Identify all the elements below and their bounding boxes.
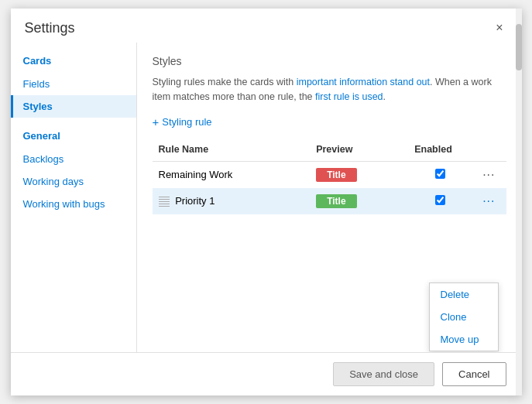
scrollbar-track bbox=[516, 43, 522, 352]
close-button[interactable]: × bbox=[491, 19, 507, 36]
info-text: Styling rules make the cards with import… bbox=[153, 75, 506, 104]
enabled-checkbox-row2[interactable] bbox=[435, 195, 445, 205]
dialog-header: Settings × bbox=[11, 9, 522, 43]
rule-name-remaining-work: Remaining Work bbox=[159, 169, 233, 180]
preview-badge-green: Title bbox=[316, 194, 356, 208]
dialog-body: Cards Fields Styles General Backlogs Wor… bbox=[11, 43, 522, 352]
context-menu-move-up[interactable]: Move up bbox=[430, 328, 498, 351]
row-menu-button-1[interactable]: ··· bbox=[478, 166, 499, 183]
context-menu-clone[interactable]: Clone bbox=[430, 306, 498, 328]
sidebar-separator bbox=[11, 118, 136, 124]
rule-name-cell: Priority 1 bbox=[153, 188, 311, 214]
table-row: Priority 1 Title ··· bbox=[153, 188, 506, 214]
drag-handle-icon[interactable] bbox=[159, 196, 170, 207]
enabled-checkbox-row1[interactable] bbox=[435, 169, 445, 179]
col-header-actions bbox=[472, 141, 506, 162]
main-content: Styles Styling rules make the cards with… bbox=[137, 43, 522, 352]
col-header-preview: Preview bbox=[310, 141, 408, 162]
rule-name-cell: Remaining Work bbox=[153, 161, 311, 188]
sidebar-item-backlogs[interactable]: Backlogs bbox=[11, 148, 136, 170]
preview-badge-red: Title bbox=[316, 168, 356, 182]
context-menu-delete[interactable]: Delete bbox=[430, 283, 498, 306]
table-header-row: Rule Name Preview Enabled bbox=[153, 141, 506, 162]
actions-cell: ··· bbox=[472, 188, 506, 214]
preview-cell: Title bbox=[310, 161, 408, 188]
sidebar-item-working-with-bugs[interactable]: Working with bugs bbox=[11, 193, 136, 215]
info-text-link: first rule is used bbox=[315, 91, 383, 102]
rule-name-priority1: Priority 1 bbox=[175, 195, 215, 207]
enabled-cell bbox=[408, 161, 472, 188]
sidebar-item-working-days[interactable]: Working days bbox=[11, 170, 136, 193]
col-header-rule-name: Rule Name bbox=[153, 141, 311, 162]
rules-table: Rule Name Preview Enabled Remaining Work… bbox=[153, 141, 506, 214]
info-text-highlight: important information stand out bbox=[297, 77, 430, 87]
actions-cell: ··· bbox=[472, 161, 506, 188]
dialog-title: Settings bbox=[25, 20, 75, 36]
info-text-end: . bbox=[383, 91, 386, 102]
info-text-plain: Styling rules make the cards with bbox=[153, 77, 297, 87]
context-menu: Delete Clone Move up bbox=[429, 282, 499, 351]
sidebar: Cards Fields Styles General Backlogs Wor… bbox=[11, 43, 137, 352]
enabled-cell bbox=[408, 188, 472, 214]
dialog-footer: Save and close Cancel bbox=[11, 352, 522, 395]
preview-cell: Title bbox=[310, 188, 408, 214]
section-title: Styles bbox=[153, 55, 506, 67]
sidebar-item-general[interactable]: General bbox=[11, 124, 136, 148]
save-and-close-button[interactable]: Save and close bbox=[333, 362, 434, 386]
table-row: Remaining Work Title ··· bbox=[153, 161, 506, 188]
row-menu-button-2[interactable]: ··· bbox=[478, 193, 499, 210]
sidebar-item-styles[interactable]: Styles bbox=[11, 95, 136, 118]
sidebar-item-cards[interactable]: Cards bbox=[11, 49, 136, 73]
col-header-enabled: Enabled bbox=[408, 141, 472, 162]
cancel-button[interactable]: Cancel bbox=[442, 362, 506, 386]
settings-dialog: Settings × Cards Fields Styles General B… bbox=[11, 9, 522, 395]
add-rule-button[interactable]: + Styling rule bbox=[153, 115, 212, 128]
plus-icon: + bbox=[153, 115, 160, 128]
add-rule-label: Styling rule bbox=[162, 116, 211, 128]
sidebar-item-fields[interactable]: Fields bbox=[11, 73, 136, 95]
scrollbar-thumb[interactable] bbox=[516, 43, 522, 70]
